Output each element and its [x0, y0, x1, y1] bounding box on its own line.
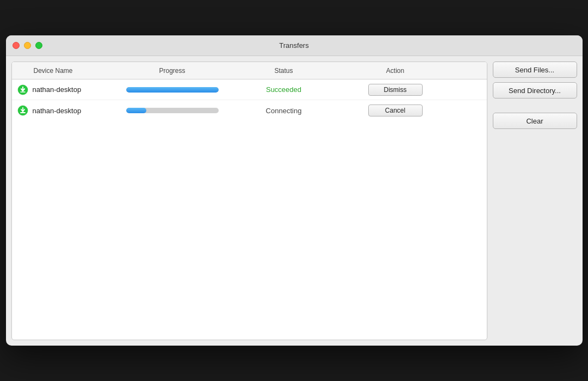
cell-progress-1: [121, 87, 224, 93]
column-header-status: Status: [224, 67, 344, 75]
cell-device-2: nathan-desktop: [12, 105, 121, 116]
content-area: Device Name Progress Status Action: [6, 56, 583, 346]
cell-action-2: Cancel: [344, 105, 447, 116]
send-files-button[interactable]: Send Files...: [493, 62, 577, 78]
minimize-button[interactable]: [24, 42, 31, 49]
dismiss-button[interactable]: Dismiss: [368, 84, 423, 96]
device-name-2: nathan-desktop: [33, 107, 82, 115]
sidebar-spacer: [493, 103, 577, 108]
progress-bar-fill-1: [126, 87, 219, 93]
cell-progress-2: [121, 108, 224, 113]
clear-button[interactable]: Clear: [493, 113, 577, 129]
cell-action-1: Dismiss: [344, 84, 447, 96]
table-row: nathan-desktop Connecting Cancel: [12, 100, 487, 121]
close-button[interactable]: [13, 42, 20, 49]
cell-status-1: Succeeded: [224, 85, 344, 94]
cell-status-2: Connecting: [224, 107, 344, 115]
titlebar: Transfers: [6, 35, 583, 56]
download-icon-1: [17, 84, 28, 95]
sidebar: Send Files... Send Directory... Clear: [487, 56, 583, 346]
column-header-progress: Progress: [121, 67, 224, 75]
cancel-button[interactable]: Cancel: [368, 105, 423, 116]
column-header-device: Device Name: [12, 67, 121, 75]
window-title: Transfers: [279, 41, 308, 50]
progress-bar-bg-1: [126, 87, 219, 93]
column-header-action: Action: [344, 67, 447, 75]
table-row: nathan-desktop Succeeded Dismiss: [12, 79, 487, 100]
device-name-1: nathan-desktop: [33, 85, 82, 94]
progress-bar-bg-2: [126, 108, 219, 113]
maximize-button[interactable]: [35, 42, 42, 49]
cell-device-1: nathan-desktop: [12, 84, 121, 95]
progress-bar-fill-2: [126, 108, 146, 113]
download-icon-2: [17, 105, 28, 116]
transfers-window: Transfers Device Name Progress Status Ac…: [6, 35, 583, 346]
table-header: Device Name Progress Status Action: [12, 62, 487, 79]
traffic-lights: [13, 42, 42, 49]
transfers-table: Device Name Progress Status Action: [11, 62, 487, 340]
send-directory-button[interactable]: Send Directory...: [493, 82, 577, 99]
table-body: nathan-desktop Succeeded Dismiss: [12, 79, 487, 340]
